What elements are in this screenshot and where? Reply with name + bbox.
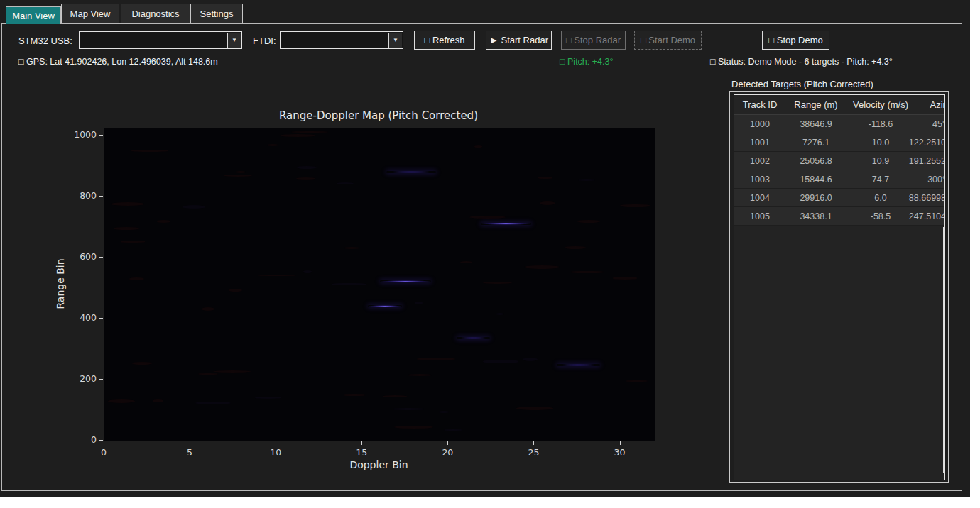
radar-app-window: Main ViewMap ViewDiagnosticsSettings STM… bbox=[0, 0, 970, 497]
tab-settings[interactable]: Settings bbox=[190, 4, 243, 23]
tab-map-view[interactable]: Map View bbox=[61, 4, 119, 23]
tab-diagnostics[interactable]: Diagnostics bbox=[121, 4, 190, 23]
main-view-panel bbox=[1, 23, 962, 491]
tab-main-view[interactable]: Main View bbox=[6, 6, 61, 24]
